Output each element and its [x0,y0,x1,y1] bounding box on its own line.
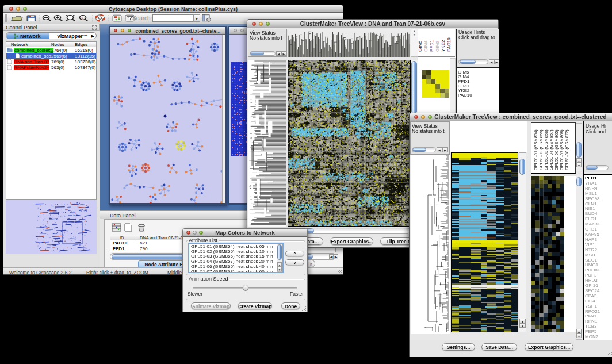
svg-text:1:1: 1:1 [81,17,86,20]
